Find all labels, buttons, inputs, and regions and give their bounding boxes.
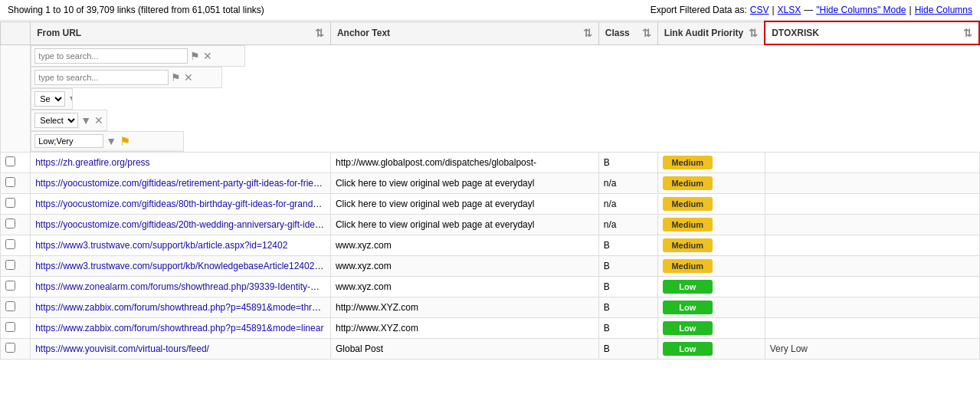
from-url-cell: https://yoocustomize.com/giftideas/retir… — [31, 172, 331, 193]
from-url-cell: https://yoocustomize.com/giftideas/20th-… — [31, 214, 331, 235]
row-checkbox-cell — [1, 297, 31, 317]
row-checkbox[interactable] — [5, 260, 15, 270]
from-url-filter-icon2[interactable]: ✕ — [203, 50, 212, 62]
row-checkbox-cell — [1, 317, 31, 338]
audit-cell: Low — [657, 276, 765, 297]
audit-cell: Medium — [657, 255, 765, 276]
hide-columns-link[interactable]: Hide Columns — [915, 5, 972, 15]
from-url-link[interactable]: https://www3.trustwave.com/support/kb/ar… — [35, 240, 287, 251]
sep2: — — [804, 5, 813, 15]
hide-columns-mode-link[interactable]: "Hide Columns" Mode — [816, 5, 906, 15]
row-checkbox-cell — [1, 338, 31, 359]
row-checkbox-cell — [1, 172, 31, 193]
row-checkbox[interactable] — [5, 322, 15, 332]
row-checkbox[interactable] — [5, 239, 15, 249]
sort-class-icon[interactable]: ⇅ — [642, 27, 651, 39]
anchor-cell: Click here to view original web page at … — [330, 193, 598, 214]
sort-dtox-icon[interactable]: ⇅ — [963, 27, 972, 39]
sort-audit-icon[interactable]: ⇅ — [749, 27, 758, 39]
audit-filter-icon[interactable]: ▼ — [80, 114, 91, 127]
class-cell: n/a — [598, 214, 657, 235]
audit-badge: Medium — [663, 218, 713, 232]
table-row: https://yoocustomize.com/giftideas/20th-… — [1, 214, 980, 235]
th-class[interactable]: Class ⇅ — [598, 21, 657, 44]
row-checkbox[interactable] — [5, 343, 15, 353]
class-cell: B — [598, 276, 657, 297]
row-checkbox[interactable] — [5, 156, 15, 166]
class-cell: B — [598, 297, 657, 317]
table-row: https://yoocustomize.com/giftideas/80th-… — [1, 193, 980, 214]
row-checkbox-cell — [1, 214, 31, 235]
dtox-cell — [765, 235, 979, 255]
table-row: https://www.zabbix.com/forum/showthread.… — [1, 297, 980, 317]
from-url-cell: https://www.zabbix.com/forum/showthread.… — [31, 297, 331, 317]
from-url-link[interactable]: https://www3.trustwave.com/support/kb/Kn… — [35, 261, 330, 271]
filter-dtox-cell: ▼ ⚑ 🔍 (Check all) — [31, 131, 184, 152]
class-filter-icon[interactable]: ▼ — [67, 93, 73, 105]
audit-select[interactable]: Select — [34, 113, 78, 128]
from-url-cell: https://www3.trustwave.com/support/kb/ar… — [31, 235, 331, 255]
class-cell: B — [598, 235, 657, 255]
filter-class-cell: Se ▼ ✕ — [31, 88, 73, 110]
class-cell: n/a — [598, 193, 657, 214]
audit-badge: Low — [663, 342, 713, 356]
table-row: https://www3.trustwave.com/support/kb/ar… — [1, 235, 980, 255]
dtox-filter-funnel[interactable]: ⚑ — [120, 134, 130, 149]
sort-anchor-icon[interactable]: ⇅ — [583, 27, 592, 39]
class-select[interactable]: Se — [34, 91, 65, 107]
th-checkbox — [1, 21, 31, 44]
filter-from-url-cell: ⚑ ✕ — [31, 45, 245, 67]
dtox-dropdown-arrow[interactable]: ▼ — [106, 135, 116, 147]
showing-count: Showing 1 to 10 of 39,709 links (filtere… — [8, 5, 264, 15]
audit-badge: Medium — [663, 238, 713, 252]
table-row: https://yoocustomize.com/giftideas/retir… — [1, 172, 980, 193]
class-cell: B — [598, 317, 657, 338]
anchor-filter-icon2[interactable]: ✕ — [184, 71, 193, 84]
table-row: https://www3.trustwave.com/support/kb/Kn… — [1, 255, 980, 276]
table-row: https://www.zonealarm.com/forums/showthr… — [1, 276, 980, 297]
audit-cell: Medium — [657, 235, 765, 255]
th-from-url[interactable]: From URL ⇅ — [31, 21, 331, 44]
sep1: | — [772, 5, 774, 15]
from-url-link[interactable]: https://yoocustomize.com/giftideas/80th-… — [35, 199, 328, 209]
dtox-filter-input[interactable] — [34, 134, 103, 148]
from-url-link[interactable]: https://yoocustomize.com/giftideas/20th-… — [35, 219, 330, 230]
export-bar: Export Filtered Data as: CSV | XLSX — "H… — [651, 5, 972, 15]
audit-cell: Medium — [657, 193, 765, 214]
from-url-cell: https://www.zonealarm.com/forums/showthr… — [31, 276, 331, 297]
row-checkbox[interactable] — [5, 198, 15, 208]
audit-badge: Low — [663, 301, 713, 314]
audit-cell: Medium — [657, 214, 765, 235]
th-anchor[interactable]: Anchor Text ⇅ — [330, 21, 598, 44]
dtox-cell — [765, 276, 979, 297]
anchor-search-input[interactable] — [34, 70, 169, 85]
export-label: Export Filtered Data as: — [651, 5, 747, 15]
anchor-filter-icon1[interactable]: ⚑ — [171, 71, 181, 84]
dtox-cell — [765, 152, 979, 172]
from-url-link[interactable]: https://www.zabbix.com/forum/showthread.… — [35, 323, 323, 334]
row-checkbox-cell — [1, 152, 31, 172]
from-url-link[interactable]: https://www.zonealarm.com/forums/showthr… — [35, 281, 330, 292]
th-audit[interactable]: Link Audit Priority ⇅ — [657, 21, 765, 44]
row-checkbox[interactable] — [5, 301, 15, 311]
from-url-filter-icon1[interactable]: ⚑ — [190, 50, 200, 62]
from-url-link[interactable]: https://www.youvisit.com/virtual-tours/f… — [35, 343, 209, 354]
row-checkbox-cell — [1, 235, 31, 255]
from-url-link[interactable]: https://yoocustomize.com/giftideas/retir… — [35, 178, 330, 189]
audit-clear-icon[interactable]: ✕ — [94, 114, 103, 127]
row-checkbox-cell — [1, 255, 31, 276]
row-checkbox[interactable] — [5, 177, 15, 187]
row-checkbox[interactable] — [5, 219, 15, 228]
from-url-link[interactable]: https://zh.greatfire.org/press — [35, 157, 149, 168]
dtox-cell — [765, 193, 979, 214]
th-dtox[interactable]: DTOXRISK ⇅ — [765, 21, 979, 44]
from-url-cell: https://yoocustomize.com/giftideas/80th-… — [31, 193, 331, 214]
csv-link[interactable]: CSV — [750, 5, 769, 15]
from-url-link[interactable]: https://www.zabbix.com/forum/showthread.… — [35, 302, 330, 313]
from-url-search-input[interactable] — [34, 48, 188, 64]
anchor-cell: www.xyz.com — [330, 255, 598, 276]
top-bar: Showing 1 to 10 of 39,709 links (filtere… — [0, 0, 980, 21]
sort-from-url-icon[interactable]: ⇅ — [315, 27, 324, 39]
row-checkbox[interactable] — [5, 281, 15, 291]
xlsx-link[interactable]: XLSX — [778, 5, 801, 15]
